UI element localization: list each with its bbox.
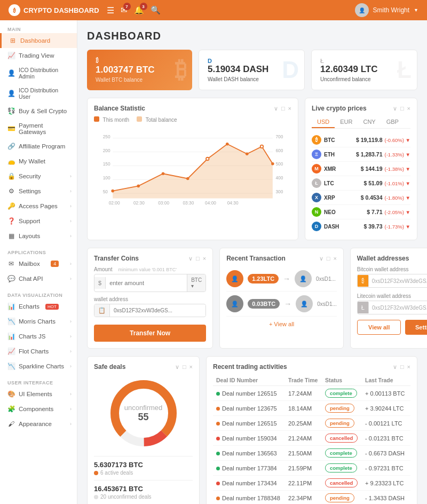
sidebar-item-ui-elements[interactable]: 🎨 UI Elements › <box>0 387 77 401</box>
window-icon3[interactable]: □ <box>196 255 200 262</box>
tab-gbp[interactable]: GBP <box>381 116 404 128</box>
ltc-coin-icon: Ł <box>312 178 321 188</box>
sidebar-item-trading-view[interactable]: 📈 Trading View <box>0 48 77 63</box>
sidebar-item-security[interactable]: 🔒 Security › <box>0 169 77 184</box>
sidebar-item-echarts[interactable]: 📊 Echarts HOT <box>0 299 77 314</box>
sidebar-item-ico-admin[interactable]: 👤 ICO Distribution Admin <box>0 63 77 83</box>
close-icon[interactable]: × <box>288 105 291 112</box>
message-icon[interactable]: ✉ 7 <box>121 5 128 15</box>
sidebar-item-affiliate[interactable]: 🔗 Affilliate Program <box>0 139 77 154</box>
window-icon[interactable]: □ <box>281 105 285 112</box>
btc-addr-label: Bitcoin wallet address <box>357 266 427 272</box>
close-icon2[interactable]: × <box>407 105 410 112</box>
svg-text:02:00: 02:00 <box>109 200 120 206</box>
sidebar-item-wallet[interactable]: 👝 My Wallet <box>0 154 77 169</box>
amount-input[interactable] <box>106 277 187 289</box>
security-icon: 🔒 <box>7 172 15 180</box>
status-badge: pending <box>325 493 354 502</box>
chevron-down-icon2[interactable]: ∨ <box>393 105 397 112</box>
sidebar-item-dashboard[interactable]: ⊞ Dashboard <box>0 33 77 48</box>
topbar-left: ₿ CRYPTO DASHBOARD ☰ ✉ 7 🔔 3 🔍 <box>9 4 161 16</box>
td-status: complete <box>322 386 362 401</box>
sidebar-item-chartjs[interactable]: 📊 Charts JS › <box>0 329 77 344</box>
sidebar-item-appearance[interactable]: 🖌 Appearance › <box>0 416 77 431</box>
notification-badge: 3 <box>140 3 147 10</box>
dash-symbol: DASH <box>324 224 339 230</box>
close-icon3[interactable]: × <box>203 255 206 262</box>
btc-coin-label: ₿ <box>96 57 184 64</box>
chevron-down-icon6[interactable]: ∨ <box>175 364 179 371</box>
sidebar-item-layouts[interactable]: ▦ Layouts › <box>0 229 77 243</box>
sidebar-item-morris[interactable]: 📉 Morris Charts › <box>0 314 77 329</box>
td-trade-time: 21.59PM <box>285 461 322 476</box>
view-all-button[interactable]: View all <box>357 320 401 335</box>
tx-row-1: 👤 1.23LTC → 👤 0xsD1... <box>226 266 337 292</box>
search-icon[interactable]: 🔍 <box>151 5 161 15</box>
xrp-symbol: XRP <box>324 195 335 201</box>
sidebar-label-mailbox: Mailbox <box>19 261 40 267</box>
neo-change: (-2.05%) ▼ <box>385 209 410 215</box>
legend-total: Total balance <box>137 116 177 123</box>
tx-to-addr-2: 0xsD1... <box>317 301 337 307</box>
avatar: 👤 <box>355 3 369 17</box>
sidebar-item-buy-sell[interactable]: 💱 Buy & Sell Crypto <box>0 104 77 119</box>
tab-cny[interactable]: CNY <box>358 116 381 128</box>
donut-label: unconfirmed 55 <box>124 404 163 423</box>
close-icon4[interactable]: × <box>333 255 336 262</box>
close-icon7[interactable]: × <box>407 364 410 371</box>
transfer-controls: ∨ □ × <box>188 255 206 262</box>
eth-price: $ 1,283.71 <box>356 151 383 158</box>
btc-suffix[interactable]: BTC ▾ <box>187 274 205 292</box>
window-icon2[interactable]: □ <box>400 105 404 112</box>
sidebar-section-main: MAIN <box>0 22 77 33</box>
tab-usd[interactable]: USD <box>312 116 335 128</box>
chevron-down-icon3[interactable]: ∨ <box>188 255 193 262</box>
close-icon6[interactable]: × <box>189 364 193 371</box>
chevron-down-icon7[interactable]: ∨ <box>393 364 397 371</box>
wallet-address-input[interactable] <box>110 305 205 316</box>
safe-deals-title: Safe deals <box>94 363 125 371</box>
menu-icon[interactable]: ☰ <box>107 5 114 15</box>
sidebar-item-access[interactable]: 🔑 Access Pages › <box>0 199 77 214</box>
svg-point-19 <box>186 177 189 180</box>
td-last-trade: + 9.23323 LTC <box>362 476 410 491</box>
td-status: cancelled <box>322 476 362 491</box>
view-all-tx[interactable]: + View all <box>226 317 337 328</box>
appearance-icon: 🖌 <box>7 420 15 428</box>
sidebar-item-settings[interactable]: ⚙ Settings › <box>0 184 77 199</box>
sidebar-item-ico-user[interactable]: 👤 ICO Distribution User <box>0 83 77 104</box>
sidebar-item-sparkline[interactable]: 📉 Sparkline Charts › <box>0 359 77 374</box>
sidebar-label-chat: Chat API <box>19 275 43 282</box>
transfer-now-button[interactable]: Transfer Now <box>94 325 206 342</box>
wallet-addr-icon: 📋 <box>94 304 110 317</box>
settings-button[interactable]: Settings <box>405 320 427 335</box>
amount-label: Amount minimum value '0.001 BTC' <box>94 266 206 272</box>
td-trade-time: 21.50AM <box>285 446 322 461</box>
sidebar-section-dataviz: DATA VISUALIZATION <box>0 288 77 299</box>
td-deal-id: Deal number 123675 <box>213 401 285 416</box>
svg-text:600: 600 <box>275 148 283 153</box>
sidebar-item-support[interactable]: ❓ Support › <box>0 214 77 229</box>
svg-text:700: 700 <box>275 134 283 139</box>
recent-tx-title: Recent Transaction <box>226 255 286 262</box>
chevron-down-icon[interactable]: ∨ <box>274 105 278 112</box>
sidebar-item-flot[interactable]: 📈 Flot Charts › <box>0 344 77 359</box>
crypto-row-xrp: X XRP $ 0.4534 (-1.80%) ▼ <box>312 191 410 205</box>
window-icon6[interactable]: □ <box>183 364 186 371</box>
chevron-down-icon4[interactable]: ∨ <box>319 255 323 262</box>
sidebar-item-chat[interactable]: 💬 Chat API › <box>0 271 77 286</box>
sidebar-item-mailbox[interactable]: ✉ Mailbox 4 › <box>0 256 77 271</box>
sidebar-item-components[interactable]: 🧩 Components › <box>0 401 77 416</box>
sidebar-label-dashboard: Dashboard <box>20 37 50 44</box>
tab-eur[interactable]: EUR <box>335 116 358 128</box>
table-row: Deal number 136563 21.50AM complete - 0.… <box>213 446 410 461</box>
topbar-right: 👤 Smith Wright ▼ <box>355 3 418 17</box>
window-icon7[interactable]: □ <box>400 364 404 371</box>
xrp-coin-icon: X <box>312 193 321 202</box>
recent-tx-controls: ∨ □ × <box>319 255 337 262</box>
tx-to-addr-1: 0xsD1... <box>316 276 336 282</box>
trading-view-icon: 📈 <box>7 52 15 59</box>
notification-icon[interactable]: 🔔 3 <box>134 5 144 15</box>
sidebar-item-payment[interactable]: 💳 Payment Gateways <box>0 119 77 139</box>
window-icon4[interactable]: □ <box>327 255 330 262</box>
